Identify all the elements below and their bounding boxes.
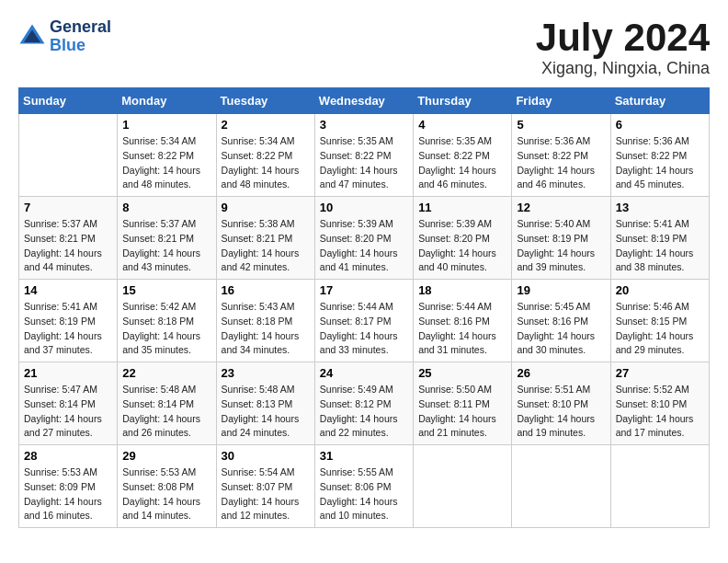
day-info: Sunrise: 5:46 AM Sunset: 8:15 PM Dayligh… <box>616 300 704 358</box>
calendar-cell: 11Sunrise: 5:39 AM Sunset: 8:20 PM Dayli… <box>414 197 512 280</box>
day-number: 13 <box>616 201 704 214</box>
day-info: Sunrise: 5:41 AM Sunset: 8:19 PM Dayligh… <box>24 300 112 358</box>
calendar-cell: 26Sunrise: 5:51 AM Sunset: 8:10 PM Dayli… <box>512 362 610 445</box>
calendar-cell: 14Sunrise: 5:41 AM Sunset: 8:19 PM Dayli… <box>19 280 118 362</box>
day-info: Sunrise: 5:53 AM Sunset: 8:09 PM Dayligh… <box>24 465 112 523</box>
day-info: Sunrise: 5:40 AM Sunset: 8:19 PM Dayligh… <box>517 217 605 275</box>
calendar-week-row: 7Sunrise: 5:37 AM Sunset: 8:21 PM Daylig… <box>19 197 710 280</box>
calendar-cell <box>414 445 512 528</box>
calendar-cell <box>19 114 118 197</box>
calendar-cell: 17Sunrise: 5:44 AM Sunset: 8:17 PM Dayli… <box>314 280 413 362</box>
day-number: 12 <box>517 201 605 214</box>
calendar-cell: 13Sunrise: 5:41 AM Sunset: 8:19 PM Dayli… <box>610 197 709 280</box>
calendar-week-row: 21Sunrise: 5:47 AM Sunset: 8:14 PM Dayli… <box>19 362 710 445</box>
calendar-cell: 27Sunrise: 5:52 AM Sunset: 8:10 PM Dayli… <box>610 362 709 445</box>
day-number: 23 <box>222 366 310 380</box>
day-number: 30 <box>222 449 310 463</box>
day-info: Sunrise: 5:48 AM Sunset: 8:13 PM Dayligh… <box>222 383 310 441</box>
calendar-cell: 16Sunrise: 5:43 AM Sunset: 8:18 PM Dayli… <box>216 280 314 362</box>
day-info: Sunrise: 5:53 AM Sunset: 8:08 PM Dayligh… <box>122 465 210 523</box>
day-info: Sunrise: 5:54 AM Sunset: 8:07 PM Dayligh… <box>222 465 310 523</box>
day-number: 21 <box>24 366 112 380</box>
day-info: Sunrise: 5:37 AM Sunset: 8:21 PM Dayligh… <box>24 217 112 275</box>
day-info: Sunrise: 5:38 AM Sunset: 8:21 PM Dayligh… <box>222 217 310 275</box>
day-info: Sunrise: 5:36 AM Sunset: 8:22 PM Dayligh… <box>616 134 704 192</box>
calendar-cell: 24Sunrise: 5:49 AM Sunset: 8:12 PM Dayli… <box>314 362 413 445</box>
weekday-header: Wednesday <box>314 88 413 114</box>
weekday-header: Tuesday <box>216 88 314 114</box>
day-info: Sunrise: 5:39 AM Sunset: 8:20 PM Dayligh… <box>320 217 408 275</box>
weekday-header: Saturday <box>610 88 709 114</box>
day-info: Sunrise: 5:37 AM Sunset: 8:21 PM Dayligh… <box>122 217 210 275</box>
day-info: Sunrise: 5:35 AM Sunset: 8:22 PM Dayligh… <box>320 134 408 192</box>
day-info: Sunrise: 5:35 AM Sunset: 8:22 PM Dayligh… <box>418 134 506 192</box>
day-number: 17 <box>320 283 408 297</box>
weekday-header: Monday <box>118 88 216 114</box>
day-info: Sunrise: 5:47 AM Sunset: 8:14 PM Dayligh… <box>24 383 112 441</box>
day-number: 29 <box>122 449 210 463</box>
weekday-header: Thursday <box>414 88 512 114</box>
day-number: 2 <box>222 118 310 132</box>
day-info: Sunrise: 5:39 AM Sunset: 8:20 PM Dayligh… <box>418 217 506 275</box>
day-number: 15 <box>122 283 210 297</box>
day-info: Sunrise: 5:48 AM Sunset: 8:14 PM Dayligh… <box>122 383 210 441</box>
day-info: Sunrise: 5:55 AM Sunset: 8:06 PM Dayligh… <box>320 465 408 523</box>
day-number: 10 <box>320 201 408 214</box>
calendar-cell: 21Sunrise: 5:47 AM Sunset: 8:14 PM Dayli… <box>19 362 118 445</box>
day-info: Sunrise: 5:36 AM Sunset: 8:22 PM Dayligh… <box>517 134 605 192</box>
day-number: 4 <box>418 118 506 132</box>
calendar-cell: 28Sunrise: 5:53 AM Sunset: 8:09 PM Dayli… <box>19 445 118 528</box>
calendar-cell: 1Sunrise: 5:34 AM Sunset: 8:22 PM Daylig… <box>118 114 216 197</box>
day-number: 1 <box>122 118 210 132</box>
calendar-cell: 31Sunrise: 5:55 AM Sunset: 8:06 PM Dayli… <box>314 445 413 528</box>
calendar-cell: 6Sunrise: 5:36 AM Sunset: 8:22 PM Daylig… <box>610 114 709 197</box>
calendar-cell: 8Sunrise: 5:37 AM Sunset: 8:21 PM Daylig… <box>118 197 216 280</box>
calendar-week-row: 28Sunrise: 5:53 AM Sunset: 8:09 PM Dayli… <box>19 445 710 528</box>
calendar-cell: 3Sunrise: 5:35 AM Sunset: 8:22 PM Daylig… <box>314 114 413 197</box>
day-number: 26 <box>517 366 605 380</box>
calendar-cell: 7Sunrise: 5:37 AM Sunset: 8:21 PM Daylig… <box>19 197 118 280</box>
weekday-header-row: SundayMondayTuesdayWednesdayThursdayFrid… <box>19 88 710 114</box>
calendar-cell: 9Sunrise: 5:38 AM Sunset: 8:21 PM Daylig… <box>216 197 314 280</box>
calendar-cell <box>512 445 610 528</box>
day-number: 24 <box>320 366 408 380</box>
calendar-cell: 15Sunrise: 5:42 AM Sunset: 8:18 PM Dayli… <box>118 280 216 362</box>
calendar-cell: 20Sunrise: 5:46 AM Sunset: 8:15 PM Dayli… <box>610 280 709 362</box>
day-number: 20 <box>616 283 704 297</box>
calendar-cell: 18Sunrise: 5:44 AM Sunset: 8:16 PM Dayli… <box>414 280 512 362</box>
day-info: Sunrise: 5:42 AM Sunset: 8:18 PM Dayligh… <box>122 300 210 358</box>
calendar-week-row: 14Sunrise: 5:41 AM Sunset: 8:19 PM Dayli… <box>19 280 710 362</box>
day-number: 14 <box>24 283 112 297</box>
calendar-cell: 19Sunrise: 5:45 AM Sunset: 8:16 PM Dayli… <box>512 280 610 362</box>
day-number: 3 <box>320 118 408 132</box>
logo-icon <box>18 23 46 51</box>
calendar-cell: 23Sunrise: 5:48 AM Sunset: 8:13 PM Dayli… <box>216 362 314 445</box>
weekday-header: Sunday <box>19 88 118 114</box>
day-info: Sunrise: 5:34 AM Sunset: 8:22 PM Dayligh… <box>222 134 310 192</box>
calendar-table: SundayMondayTuesdayWednesdayThursdayFrid… <box>18 87 710 528</box>
day-number: 5 <box>517 118 605 132</box>
calendar-cell <box>610 445 709 528</box>
calendar-cell: 30Sunrise: 5:54 AM Sunset: 8:07 PM Dayli… <box>216 445 314 528</box>
header: General Blue July 2024 Xigang, Ningxia, … <box>18 18 710 78</box>
logo-text: General Blue <box>50 18 111 55</box>
day-info: Sunrise: 5:34 AM Sunset: 8:22 PM Dayligh… <box>122 134 210 192</box>
day-number: 9 <box>222 201 310 214</box>
day-number: 28 <box>24 449 112 463</box>
day-info: Sunrise: 5:43 AM Sunset: 8:18 PM Dayligh… <box>222 300 310 358</box>
calendar-cell: 2Sunrise: 5:34 AM Sunset: 8:22 PM Daylig… <box>216 114 314 197</box>
day-info: Sunrise: 5:50 AM Sunset: 8:11 PM Dayligh… <box>418 383 506 441</box>
title-area: July 2024 Xigang, Ningxia, China <box>536 18 710 78</box>
weekday-header: Friday <box>512 88 610 114</box>
day-number: 6 <box>616 118 704 132</box>
day-info: Sunrise: 5:45 AM Sunset: 8:16 PM Dayligh… <box>517 300 605 358</box>
calendar-cell: 22Sunrise: 5:48 AM Sunset: 8:14 PM Dayli… <box>118 362 216 445</box>
day-number: 31 <box>320 449 408 463</box>
calendar-cell: 25Sunrise: 5:50 AM Sunset: 8:11 PM Dayli… <box>414 362 512 445</box>
day-info: Sunrise: 5:44 AM Sunset: 8:16 PM Dayligh… <box>418 300 506 358</box>
calendar-cell: 5Sunrise: 5:36 AM Sunset: 8:22 PM Daylig… <box>512 114 610 197</box>
logo: General Blue <box>18 18 111 55</box>
day-number: 27 <box>616 366 704 380</box>
calendar-cell: 10Sunrise: 5:39 AM Sunset: 8:20 PM Dayli… <box>314 197 413 280</box>
day-info: Sunrise: 5:49 AM Sunset: 8:12 PM Dayligh… <box>320 383 408 441</box>
